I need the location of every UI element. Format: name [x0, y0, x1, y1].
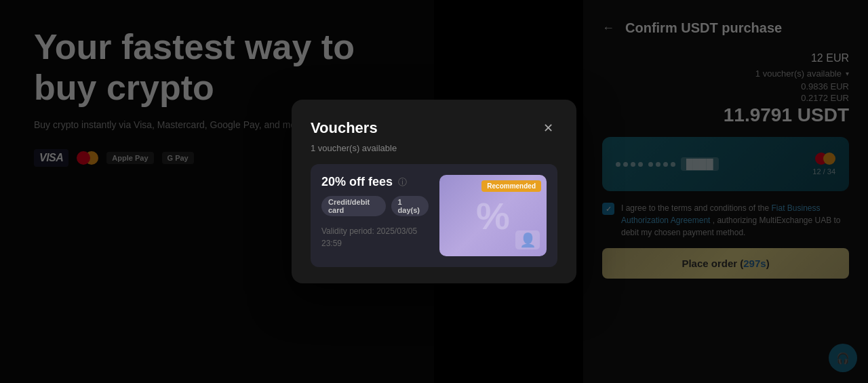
tag-duration: 1 day(s)	[391, 196, 429, 216]
person-icon: 👤	[519, 232, 536, 248]
voucher-info: 20% off fees ⓘ Credit/debit card 1 day(s…	[321, 175, 429, 256]
info-icon[interactable]: ⓘ	[398, 176, 407, 188]
modal-close-button[interactable]: ✕	[538, 119, 557, 138]
modal-overlay[interactable]: Vouchers ✕ 1 voucher(s) available 20% of…	[0, 0, 868, 383]
voucher-card[interactable]: 20% off fees ⓘ Credit/debit card 1 day(s…	[311, 164, 557, 267]
voucher-percent-bg: %	[476, 194, 510, 238]
validity-text: Validity period: 2025/03/05 23:59	[321, 226, 417, 248]
voucher-discount-text: 20% off fees	[321, 175, 393, 189]
voucher-tags: Credit/debit card 1 day(s)	[321, 196, 429, 216]
vouchers-modal: Vouchers ✕ 1 voucher(s) available 20% of…	[292, 100, 576, 283]
modal-title: Vouchers	[311, 119, 378, 137]
modal-subtitle: 1 voucher(s) available	[311, 143, 557, 153]
voucher-card-icon: 👤	[515, 230, 540, 249]
voucher-title-row: 20% off fees ⓘ	[321, 175, 429, 189]
tag-card-type: Credit/debit card	[321, 196, 386, 216]
voucher-visual: % Recommended 👤	[439, 175, 547, 256]
recommended-badge: Recommended	[481, 180, 541, 192]
modal-header: Vouchers ✕	[311, 119, 557, 138]
